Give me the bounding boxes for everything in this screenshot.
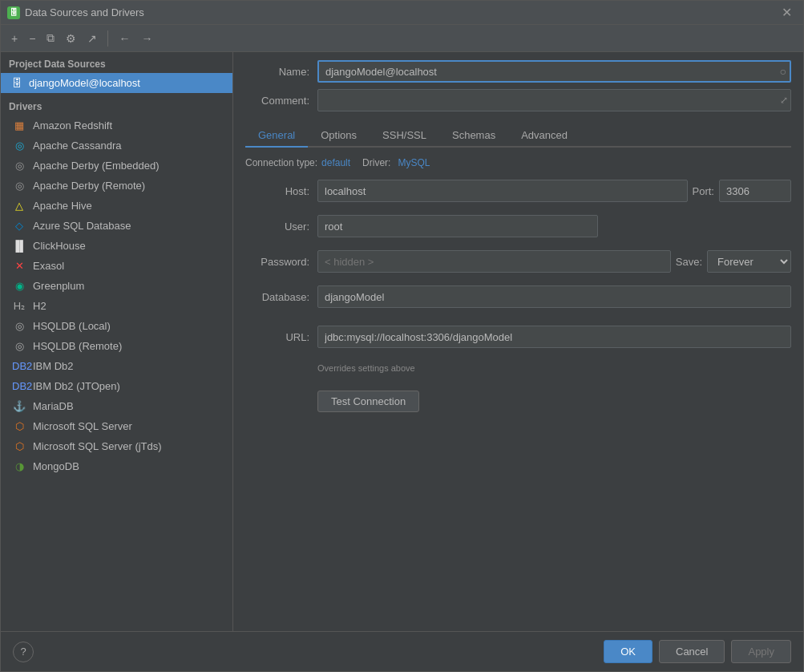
password-row: Password: Save: Forever Until restart Ne… xyxy=(245,250,791,273)
sidebar: Project Data Sources 🗄 djangoModel@local… xyxy=(1,52,233,631)
driver-name-label: Azure SQL Database xyxy=(33,220,131,232)
driver-item[interactable]: ⚓MariaDB xyxy=(1,396,232,416)
apply-button[interactable]: Apply xyxy=(731,640,791,663)
selected-datasource-label: djangoModel@localhost xyxy=(29,77,140,89)
cancel-button[interactable]: Cancel xyxy=(659,640,725,663)
copy-button[interactable]: ⧉ xyxy=(42,29,59,47)
title-bar: 🗄 Data Sources and Drivers ✕ xyxy=(1,1,803,25)
driver-icon: ▐▌ xyxy=(12,240,26,252)
driver-name-label: Apache Derby (Embedded) xyxy=(33,160,160,172)
driver-icon: ◑ xyxy=(12,460,26,472)
ok-button[interactable]: OK xyxy=(604,640,652,663)
connection-type-value[interactable]: default xyxy=(321,157,350,168)
toolbar: + − ⧉ ⚙ ↗ ← → xyxy=(1,25,803,52)
driver-name-label: Exasol xyxy=(33,260,64,272)
comment-input-wrap: ⤢ xyxy=(317,89,791,111)
remove-button[interactable]: − xyxy=(25,30,39,47)
driver-item[interactable]: H₂H2 xyxy=(1,296,232,316)
name-clear-button[interactable]: ○ xyxy=(780,65,786,78)
url-label: URL: xyxy=(245,331,317,343)
tab-general[interactable]: General xyxy=(245,124,308,148)
driver-item[interactable]: DB2IBM Db2 xyxy=(1,356,232,376)
driver-item[interactable]: ✕Exasol xyxy=(1,256,232,276)
driver-name-label: Greenplum xyxy=(33,280,84,292)
close-button[interactable]: ✕ xyxy=(777,3,797,22)
driver-item[interactable]: ◑MongoDB xyxy=(1,456,232,476)
overrides-text: Overrides settings above xyxy=(317,363,791,373)
driver-item[interactable]: ◎HSQLDB (Local) xyxy=(1,316,232,336)
driver-name-label: Amazon Redshift xyxy=(33,119,112,132)
driver-value[interactable]: MySQL xyxy=(398,157,430,168)
password-label: Password: xyxy=(245,256,317,268)
driver-item[interactable]: ⬡Microsoft SQL Server xyxy=(1,416,232,436)
url-row: URL: xyxy=(245,326,791,348)
driver-item[interactable]: ▦Amazon Redshift xyxy=(1,115,232,136)
tab-ssh-ssl[interactable]: SSH/SSL xyxy=(370,124,439,148)
settings-button[interactable]: ⚙ xyxy=(62,30,80,47)
save-select[interactable]: Forever Until restart Never xyxy=(707,250,791,273)
export-button[interactable]: ↗ xyxy=(83,30,101,47)
driver-name-label: MongoDB xyxy=(33,460,79,472)
driver-icon: ◎ xyxy=(12,160,26,172)
test-connection-button[interactable]: Test Connection xyxy=(317,391,419,412)
driver-name-label: ClickHouse xyxy=(33,240,86,252)
database-input[interactable] xyxy=(317,285,791,308)
driver-name-label: IBM Db2 (JTOpen) xyxy=(33,380,120,392)
port-input[interactable] xyxy=(719,180,791,202)
driver-icon: △ xyxy=(12,200,26,212)
bottom-bar: ? OK Cancel Apply xyxy=(1,631,803,671)
user-input[interactable] xyxy=(317,215,598,237)
tab-options[interactable]: Options xyxy=(308,124,370,148)
datasource-icon: 🗄 xyxy=(12,77,22,89)
driver-item[interactable]: ◎Apache Cassandra xyxy=(1,136,232,156)
form-section: Host: Port: User: Password: Save: Forev xyxy=(245,180,791,412)
back-button[interactable]: ← xyxy=(115,30,134,47)
driver-icon: ✕ xyxy=(12,260,26,272)
driver-item[interactable]: ◎Apache Derby (Remote) xyxy=(1,176,232,196)
title-bar-left: 🗄 Data Sources and Drivers xyxy=(7,6,144,19)
save-label: Save: xyxy=(671,256,707,268)
tab-advanced[interactable]: Advanced xyxy=(508,124,580,148)
forward-button[interactable]: → xyxy=(137,30,156,47)
driver-name-label: HSQLDB (Local) xyxy=(33,320,111,332)
driver-icon: ◎ xyxy=(12,140,26,152)
driver-name-label: Apache Cassandra xyxy=(33,140,122,152)
comment-expand-button[interactable]: ⤢ xyxy=(780,95,788,106)
host-input[interactable] xyxy=(317,180,688,202)
database-label: Database: xyxy=(245,291,317,303)
add-button[interactable]: + xyxy=(7,30,22,47)
name-input[interactable] xyxy=(317,60,791,83)
comment-input[interactable] xyxy=(317,89,791,111)
url-input[interactable] xyxy=(317,326,791,348)
help-button[interactable]: ? xyxy=(13,642,34,662)
tabs-bar: General Options SSH/SSL Schemas Advanced xyxy=(245,124,791,148)
driver-icon: ◇ xyxy=(12,220,26,232)
driver-icon: ⬡ xyxy=(12,440,26,452)
host-label: Host: xyxy=(245,185,317,197)
driver-item[interactable]: DB2IBM Db2 (JTOpen) xyxy=(1,376,232,396)
toolbar-separator xyxy=(107,30,108,47)
driver-item[interactable]: ◇Azure SQL Database xyxy=(1,216,232,236)
connection-type-label: Connection type: xyxy=(245,157,317,168)
driver-list: ▦Amazon Redshift◎Apache Cassandra◎Apache… xyxy=(1,115,232,631)
driver-icon: ◉ xyxy=(12,280,26,292)
driver-name-label: Apache Derby (Remote) xyxy=(33,180,145,192)
driver-item[interactable]: ◎HSQLDB (Remote) xyxy=(1,336,232,356)
tab-schemas[interactable]: Schemas xyxy=(439,124,508,148)
driver-item[interactable]: △Apache Hive xyxy=(1,196,232,216)
app-icon: 🗄 xyxy=(7,6,20,19)
selected-datasource-item[interactable]: 🗄 djangoModel@localhost xyxy=(1,73,232,93)
driver-item[interactable]: ⬡Microsoft SQL Server (jTds) xyxy=(1,436,232,456)
driver-icon: H₂ xyxy=(12,300,26,312)
driver-item[interactable]: ◉Greenplum xyxy=(1,276,232,296)
host-port-row: Host: Port: xyxy=(245,180,791,202)
password-input[interactable] xyxy=(317,250,671,273)
user-row: User: xyxy=(245,215,791,237)
driver-item[interactable]: ◎Apache Derby (Embedded) xyxy=(1,156,232,176)
driver-name-label: IBM Db2 xyxy=(33,360,74,372)
right-panel: Name: ○ Comment: ⤢ General Options SSH/S… xyxy=(233,52,803,631)
driver-name-label: Microsoft SQL Server (jTds) xyxy=(33,440,162,452)
driver-name-label: H2 xyxy=(33,300,46,312)
drivers-section-header: Drivers xyxy=(1,93,232,115)
driver-item[interactable]: ▐▌ClickHouse xyxy=(1,236,232,256)
